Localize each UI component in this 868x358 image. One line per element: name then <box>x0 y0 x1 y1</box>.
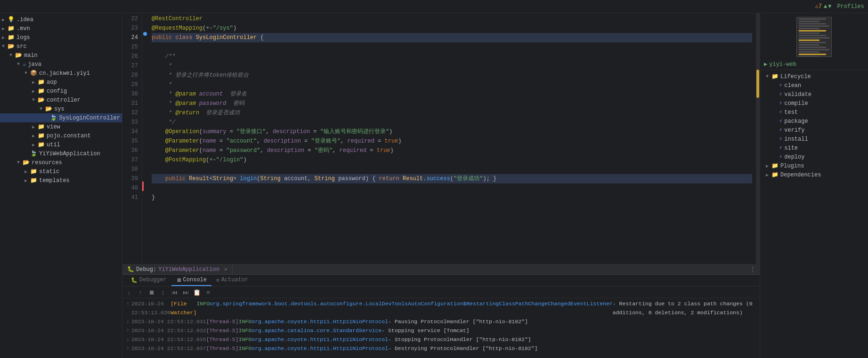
spring-icon: 🍃 <box>50 114 57 121</box>
sidebar-item-view[interactable]: ▶ 📁 view <box>0 122 122 131</box>
arrow-icon: ▼ <box>32 97 38 103</box>
up-arrow-icon[interactable]: ▲ <box>824 3 827 10</box>
maven-task-deploy[interactable]: ⚡ deploy <box>760 152 868 161</box>
debug-tab[interactable]: 🐛 Debug: YiYiWebApplication ✕ <box>122 264 233 274</box>
close-icon[interactable]: ✕ <box>224 266 227 273</box>
actuator-tab-label: Actuator <box>221 277 249 283</box>
console-line-3: ↑ 2023-10-24 22:53:12.032 [Thread-5] INF… <box>126 326 756 335</box>
maven-task-validate[interactable]: ⚡ validate <box>760 90 868 99</box>
sidebar-item-app[interactable]: 🍃 YiYiWebApplication <box>0 149 122 158</box>
sidebar-item-syslogincontroller[interactable]: 🍃 SysLoginController <box>0 113 122 122</box>
scrollbar-thumb[interactable] <box>756 70 759 98</box>
debugger-tab-label: Debugger <box>139 277 167 283</box>
arrow-icon: ▼ <box>2 44 8 49</box>
maven-task-compile[interactable]: ⚡ compile <box>760 99 868 108</box>
task-icon: ⚡ <box>779 144 782 151</box>
maven-task-clean[interactable]: ⚡ clean <box>760 81 868 90</box>
deps-label: Dependencies <box>780 172 821 178</box>
stop-btn[interactable]: ⏹ <box>147 287 156 297</box>
maven-dependencies[interactable]: ▶ 📁 Dependencies <box>760 170 868 179</box>
sidebar-item-aop[interactable]: ▶ 📁 aop <box>0 78 122 87</box>
folder-icon: 📁 <box>30 168 37 175</box>
step-btn[interactable]: ⏭ <box>181 287 190 297</box>
sidebar-item-sys[interactable]: ▼ 📂 sys <box>0 104 122 113</box>
lifecycle-label: Lifecycle <box>780 73 811 80</box>
code-line-41: } <box>152 193 752 202</box>
tab-actuator[interactable]: ⚙ Actuator <box>211 275 253 286</box>
task-icon: ⚡ <box>779 127 782 134</box>
scroll-down-btn[interactable]: ↓ <box>124 287 134 297</box>
code-line-28: * 登录之行并将token传给前台 <box>152 71 752 80</box>
more-options-btn[interactable]: ⋮ <box>746 265 760 273</box>
task-icon: ⚡ <box>779 153 782 160</box>
sidebar-item-java[interactable]: ▼ ☕ java <box>0 60 122 69</box>
lifecycle-icon: 📁 <box>771 73 779 80</box>
rerun-btn[interactable]: ⏮ <box>170 287 179 297</box>
sidebar-item-src[interactable]: ▼ 📂 src <box>0 42 122 51</box>
console-toolbar: ↓ ↑ ⏹ ↕ ⏮ ⏭ 📋 ≡ <box>122 286 760 298</box>
sidebar-item-resources[interactable]: ▼ 📂 resources <box>0 158 122 167</box>
lifecycle-arrow: ▼ <box>766 74 771 79</box>
sidebar-item-label: controller <box>47 97 81 103</box>
maven-task-site[interactable]: ⚡ site <box>760 143 868 152</box>
copy-btn[interactable]: 📋 <box>192 287 202 297</box>
plugins-label: Plugins <box>780 163 804 169</box>
vertical-scrollbar[interactable] <box>756 13 760 264</box>
folder-icon: 💡 <box>8 16 15 23</box>
sidebar-item-label: .idea <box>16 16 33 23</box>
task-label: package <box>784 118 808 125</box>
sidebar-item-controller[interactable]: ▼ 📂 controller <box>0 95 122 104</box>
folder-icon: 📁 <box>38 88 45 95</box>
code-line-34: @Operation(summary = "登录接口", description… <box>152 127 752 136</box>
bottom-panel: 🐛 Debug: YiYiWebApplication ✕ ⋮ 🐛 Debugg… <box>122 264 760 358</box>
arrow-icon: ▼ <box>17 62 23 67</box>
arrow-icon: ▼ <box>17 160 23 165</box>
folder-open-icon: 📂 <box>8 43 15 50</box>
folder-icon: 📁 <box>38 123 45 130</box>
tab-console[interactable]: 🖥 Console <box>171 275 211 286</box>
sidebar-item-util[interactable]: ▶ 📁 util <box>0 140 122 149</box>
task-label: compile <box>784 100 808 107</box>
sidebar-item-templates[interactable]: ▶ 📁 templates <box>0 176 122 185</box>
sidebar-item-label: SysLoginController <box>59 115 120 121</box>
maven-task-package[interactable]: ⚡ package <box>760 117 868 126</box>
sidebar-item-label: java <box>28 61 41 68</box>
code-line-39: public Result<String> login(String accou… <box>152 174 752 183</box>
tab-debugger[interactable]: 🐛 Debugger <box>126 275 171 286</box>
code-editor[interactable]: @RestController @RequestMapping(☀-"/sys"… <box>148 13 756 264</box>
sidebar-item-config[interactable]: ▶ 📁 config <box>0 87 122 95</box>
sidebar-item-idea[interactable]: ▶ 💡 .idea <box>0 15 122 24</box>
expand-btn[interactable]: ↕ <box>158 287 168 297</box>
sidebar-item-pojo[interactable]: ▶ 📁 pojo.constant <box>0 131 122 140</box>
line-numbers: 22 23 24 25 26 27 28 29 30 31 32 33 34 3… <box>122 13 142 264</box>
sidebar-item-main[interactable]: ▼ 📂 main <box>0 51 122 60</box>
maven-task-install[interactable]: ⚡ install <box>760 135 868 143</box>
arrow-icon: ▶ <box>2 26 8 32</box>
arrow-icon: ▼ <box>9 53 15 58</box>
profiles-button[interactable]: Profiles <box>837 3 864 10</box>
task-icon: ⚡ <box>779 109 782 116</box>
console-line-2: ↓ 2023-10-24 22:53:12.031 [Thread-5] INF… <box>126 317 756 326</box>
maven-panel: ▶ yiyi-web ▼ 📁 Lifecycle ⚡ clean <box>760 13 868 358</box>
maven-plugins[interactable]: ▶ 📁 Plugins <box>760 161 868 170</box>
sidebar-item-package[interactable]: ▼ 📦 cn.jackwei.yiyi <box>0 69 122 78</box>
sidebar-item-label: src <box>16 43 27 50</box>
down-arrow-icon[interactable]: ▼ <box>828 3 831 10</box>
task-icon: ⚡ <box>779 100 782 107</box>
debugger-tab-icon: 🐛 <box>131 277 138 283</box>
arrow-icon: ▼ <box>40 106 45 111</box>
menu-btn[interactable]: ≡ <box>203 287 213 297</box>
sidebar-item-static[interactable]: ▶ 📁 static <box>0 167 122 176</box>
deps-arrow: ▶ <box>766 172 771 178</box>
maven-lifecycle[interactable]: ▼ 📁 Lifecycle <box>760 72 868 81</box>
scroll-up-btn[interactable]: ↑ <box>136 287 145 297</box>
code-line-36: @Parameter(name = "password", descriptio… <box>152 146 752 155</box>
task-label: install <box>784 136 808 143</box>
sidebar-item-mvn[interactable]: ▶ 📁 .mvn <box>0 24 122 33</box>
spring-icon: 🍃 <box>30 150 37 157</box>
arrow-icon: ▶ <box>32 124 38 130</box>
maven-task-verify[interactable]: ⚡ verify <box>760 126 868 135</box>
sidebar-item-label: templates <box>39 177 70 184</box>
maven-task-test[interactable]: ⚡ test <box>760 108 868 117</box>
sidebar-item-logs[interactable]: ▶ 📁 logs <box>0 33 122 42</box>
